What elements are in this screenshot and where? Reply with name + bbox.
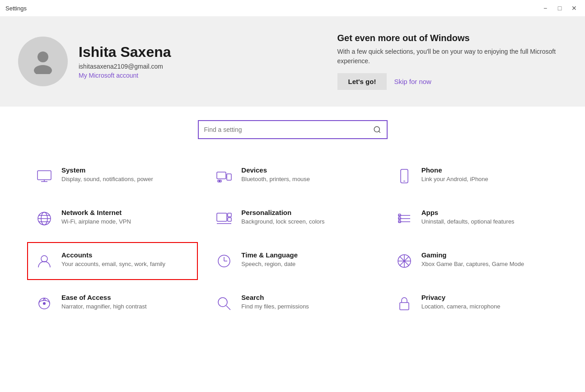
time-icon (214, 251, 234, 271)
search-input[interactable] (199, 126, 368, 133)
svg-rect-20 (228, 218, 231, 221)
network-icon (34, 209, 54, 229)
setting-item-gaming[interactable]: GamingXbox Game Bar, captures, Game Mode (387, 242, 558, 280)
setting-text-search: SearchFind my files, permissions (241, 294, 370, 311)
close-button[interactable]: ✕ (569, 3, 580, 14)
setting-desc-ease: Narrator, magnifier, high contrast (61, 303, 191, 311)
user-email: ishitasaxena2109@gmail.com (79, 63, 309, 70)
svg-line-3 (379, 131, 380, 132)
setting-text-network: Network & InternetWi-Fi, airplane mode, … (61, 209, 191, 226)
setting-title-apps: Apps (421, 209, 551, 216)
svg-rect-43 (400, 303, 409, 310)
setting-text-accounts: AccountsYour accounts, email, sync, work… (61, 251, 191, 268)
svg-rect-18 (217, 213, 227, 221)
promo-desc: With a few quick selections, you'll be o… (337, 47, 567, 66)
setting-item-devices[interactable]: DevicesBluetooth, printers, mouse (207, 157, 378, 195)
setting-item-privacy[interactable]: PrivacyLocation, camera, microphone (387, 285, 558, 322)
setting-item-search[interactable]: SearchFind my files, permissions (207, 285, 378, 322)
setting-title-personalization: Personalization (241, 209, 370, 216)
setting-desc-phone: Link your Android, iPhone (421, 175, 551, 183)
setting-item-ease[interactable]: Ease of AccessNarrator, magnifier, high … (27, 285, 198, 322)
search-button[interactable] (368, 120, 387, 139)
account-link[interactable]: My Microsoft account (79, 72, 138, 79)
setting-title-ease: Ease of Access (61, 294, 191, 301)
setting-text-privacy: PrivacyLocation, camera, microphone (421, 294, 551, 311)
svg-point-40 (43, 302, 46, 305)
skip-button[interactable]: Skip for now (394, 78, 431, 85)
setting-item-network[interactable]: Network & InternetWi-Fi, airplane mode, … (27, 200, 198, 238)
personalization-icon (214, 209, 234, 229)
setting-text-gaming: GamingXbox Game Bar, captures, Game Mode (421, 251, 551, 268)
privacy-icon (394, 294, 414, 313)
setting-title-time: Time & Language (241, 251, 370, 259)
titlebar: Settings − □ ✕ (0, 0, 585, 16)
lets-go-button[interactable]: Let's go! (337, 73, 387, 90)
maximize-button[interactable]: □ (554, 3, 565, 14)
setting-desc-gaming: Xbox Game Bar, captures, Game Mode (421, 260, 551, 268)
setting-desc-network: Wi-Fi, airplane mode, VPN (61, 218, 191, 226)
phone-icon (394, 166, 414, 186)
setting-desc-personalization: Background, lock screen, colors (241, 218, 370, 226)
setting-item-accounts[interactable]: AccountsYour accounts, email, sync, work… (27, 242, 198, 280)
setting-desc-search: Find my files, permissions (241, 303, 370, 311)
setting-desc-privacy: Location, camera, microphone (421, 303, 551, 311)
devices-icon (214, 166, 234, 186)
user-avatar-icon (29, 47, 56, 76)
gaming-icon (394, 251, 414, 271)
search-icon (214, 294, 234, 313)
setting-item-apps[interactable]: AppsUninstall, defaults, optional featur… (387, 200, 558, 238)
setting-text-devices: DevicesBluetooth, printers, mouse (241, 166, 370, 183)
avatar (18, 37, 68, 86)
accounts-icon (34, 251, 54, 271)
user-info: Ishita Saxena ishitasaxena2109@gmail.com… (79, 43, 309, 79)
setting-title-gaming: Gaming (421, 251, 551, 259)
promo-actions: Let's go! Skip for now (337, 73, 567, 90)
setting-text-apps: AppsUninstall, defaults, optional featur… (421, 209, 551, 226)
setting-title-system: System (61, 166, 191, 174)
setting-title-network: Network & Internet (61, 209, 191, 216)
main-content: SystemDisplay, sound, notifications, pow… (0, 107, 585, 392)
svg-rect-19 (228, 213, 231, 217)
setting-item-time[interactable]: Time & LanguageSpeech, region, date (207, 242, 378, 280)
setting-item-personalization[interactable]: PersonalizationBackground, lock screen, … (207, 200, 378, 238)
setting-desc-accounts: Your accounts, email, sync, work, family (61, 260, 191, 268)
svg-point-28 (41, 256, 47, 262)
setting-text-personalization: PersonalizationBackground, lock screen, … (241, 209, 370, 226)
setting-title-accounts: Accounts (61, 251, 191, 259)
setting-text-system: SystemDisplay, sound, notifications, pow… (61, 166, 191, 183)
apps-icon (394, 209, 414, 229)
setting-title-search: Search (241, 294, 370, 301)
svg-point-2 (374, 126, 379, 132)
svg-point-41 (218, 298, 227, 307)
svg-point-0 (37, 51, 48, 62)
search-container (27, 120, 558, 139)
setting-desc-devices: Bluetooth, printers, mouse (241, 175, 370, 183)
setting-desc-apps: Uninstall, defaults, optional features (421, 218, 551, 226)
user-name: Ishita Saxena (79, 43, 309, 61)
setting-title-devices: Devices (241, 166, 370, 174)
search-box (198, 120, 388, 139)
svg-line-42 (226, 306, 230, 310)
setting-desc-system: Display, sound, notifications, power (61, 175, 191, 183)
svg-rect-8 (227, 174, 231, 180)
settings-grid: SystemDisplay, sound, notifications, pow… (27, 157, 558, 322)
setting-text-phone: PhoneLink your Android, iPhone (421, 166, 551, 183)
setting-item-phone[interactable]: PhoneLink your Android, iPhone (387, 157, 558, 195)
setting-text-ease: Ease of AccessNarrator, magnifier, high … (61, 294, 191, 311)
minimize-button[interactable]: − (540, 3, 551, 14)
svg-point-1 (34, 65, 52, 74)
setting-desc-time: Speech, region, date (241, 260, 370, 268)
setting-title-phone: Phone (421, 166, 551, 174)
svg-rect-7 (217, 172, 226, 179)
system-icon (34, 166, 54, 186)
promo-section: Get even more out of Windows With a few … (319, 33, 567, 90)
setting-title-privacy: Privacy (421, 294, 551, 301)
window-controls: − □ ✕ (540, 3, 580, 14)
ease-icon (34, 294, 54, 313)
setting-text-time: Time & LanguageSpeech, region, date (241, 251, 370, 268)
app-title: Settings (5, 5, 27, 12)
header-banner: Ishita Saxena ishitasaxena2109@gmail.com… (0, 16, 585, 107)
setting-item-system[interactable]: SystemDisplay, sound, notifications, pow… (27, 157, 198, 195)
svg-rect-4 (37, 171, 51, 180)
promo-title: Get even more out of Windows (337, 33, 567, 43)
